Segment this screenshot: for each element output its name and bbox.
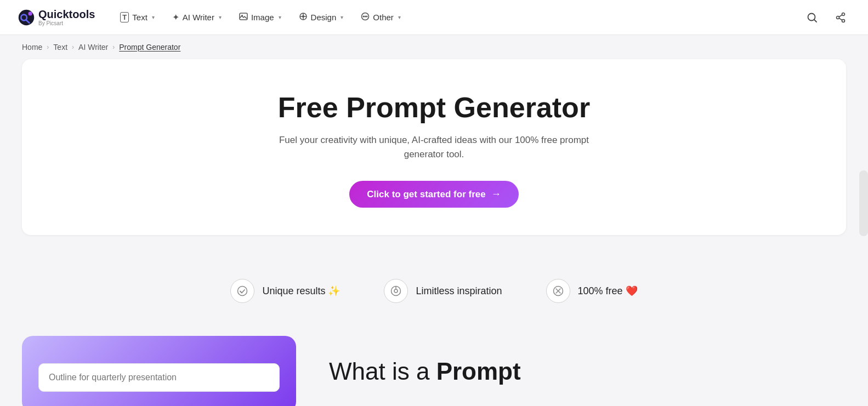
prompt-input[interactable] — [38, 363, 280, 392]
ai-writer-nav-icon: ✦ — [172, 12, 179, 22]
hero-wrapper: Free Prompt Generator Fuel your creativi… — [0, 59, 868, 251]
breadcrumb-ai-writer[interactable]: AI Writer — [78, 43, 108, 52]
breadcrumb-current: Prompt Generator — [119, 43, 180, 52]
nav-item-ai-writer[interactable]: ✦ AI Writer ▾ — [164, 8, 229, 27]
hero-subtitle: Fuel your creativity with unique, AI-cra… — [270, 133, 599, 161]
svg-point-9 — [365, 15, 366, 17]
nav-label-other: Other — [373, 13, 394, 22]
svg-point-7 — [302, 15, 304, 18]
hero-title: Free Prompt Generator — [44, 92, 824, 123]
nav-label-design: Design — [311, 13, 337, 22]
image-nav-icon — [239, 12, 248, 23]
svg-point-16 — [837, 16, 839, 19]
svg-point-8 — [363, 15, 365, 17]
nav-item-other[interactable]: Other ▾ — [353, 8, 409, 27]
nav-label-image: Image — [251, 13, 274, 22]
svg-point-3 — [29, 12, 32, 15]
free-label: 100% free ❤️ — [578, 285, 638, 297]
what-is-label: What is a — [329, 358, 429, 385]
breadcrumb-sep-1: › — [47, 43, 49, 51]
nav-item-design[interactable]: Design ▾ — [291, 8, 351, 27]
bottom-section: What is a Prompt — [0, 336, 868, 406]
svg-point-10 — [366, 15, 368, 17]
nav-label-text: Text — [132, 13, 147, 22]
ai-writer-chevron-icon: ▾ — [219, 14, 222, 20]
features-section: Unique results ✨ Limitless inspiration 1… — [0, 251, 868, 336]
cta-arrow-icon: → — [491, 188, 501, 200]
hero-card: Free Prompt Generator Fuel your creativi… — [22, 59, 846, 235]
image-chevron-icon: ▾ — [279, 14, 281, 20]
search-icon — [807, 12, 818, 23]
what-is-bold: Prompt — [436, 358, 521, 385]
scrollbar[interactable] — [859, 170, 868, 236]
unique-icon — [230, 279, 254, 303]
svg-point-15 — [842, 19, 845, 22]
limitless-icon — [384, 279, 408, 303]
feature-free: 100% free ❤️ — [546, 279, 638, 303]
design-chevron-icon: ▾ — [341, 14, 343, 20]
nav-item-image[interactable]: Image ▾ — [231, 8, 289, 27]
breadcrumb-sep-2: › — [72, 43, 74, 51]
svg-point-14 — [842, 13, 845, 15]
header-actions — [802, 8, 850, 27]
feature-unique: Unique results ✨ — [230, 279, 340, 303]
breadcrumb-home[interactable]: Home — [22, 43, 42, 52]
other-chevron-icon: ▾ — [398, 14, 401, 20]
free-icon — [546, 279, 570, 303]
share-button[interactable] — [831, 8, 850, 27]
cta-label: Click to get started for free — [367, 189, 485, 200]
text-chevron-icon: ▾ — [152, 14, 155, 20]
nav-label-ai-writer: AI Writer — [183, 13, 214, 22]
breadcrumb-sep-3: › — [112, 43, 115, 51]
svg-line-17 — [839, 15, 842, 17]
design-nav-icon — [299, 12, 308, 23]
share-icon — [835, 12, 846, 23]
input-card-wrapper — [22, 336, 296, 406]
svg-line-18 — [839, 18, 842, 20]
svg-point-21 — [394, 289, 398, 293]
header: Quicktools By Picsart T Text ▾ ✦ AI Writ… — [0, 0, 868, 35]
breadcrumb-text[interactable]: Text — [53, 43, 67, 52]
nav-item-text[interactable]: T Text ▾ — [112, 8, 162, 27]
cta-button[interactable]: Click to get started for free → — [349, 181, 518, 208]
unique-label: Unique results ✨ — [262, 285, 340, 297]
what-is-section: What is a Prompt — [296, 336, 846, 406]
input-card-bg — [22, 336, 296, 406]
text-nav-icon: T — [120, 12, 129, 22]
other-nav-icon — [361, 12, 370, 23]
svg-line-13 — [814, 20, 816, 22]
logo-text: Quicktools By Picsart — [38, 8, 95, 26]
svg-point-19 — [238, 287, 247, 296]
feature-limitless: Limitless inspiration — [384, 279, 502, 303]
logo[interactable]: Quicktools By Picsart — [18, 8, 95, 26]
main-nav: T Text ▾ ✦ AI Writer ▾ Image ▾ Design ▾ — [112, 8, 802, 27]
breadcrumb: Home › Text › AI Writer › Prompt Generat… — [0, 35, 868, 59]
what-is-title: What is a Prompt — [329, 358, 813, 386]
logo-icon — [18, 9, 35, 26]
search-button[interactable] — [802, 8, 822, 27]
limitless-label: Limitless inspiration — [416, 285, 502, 297]
